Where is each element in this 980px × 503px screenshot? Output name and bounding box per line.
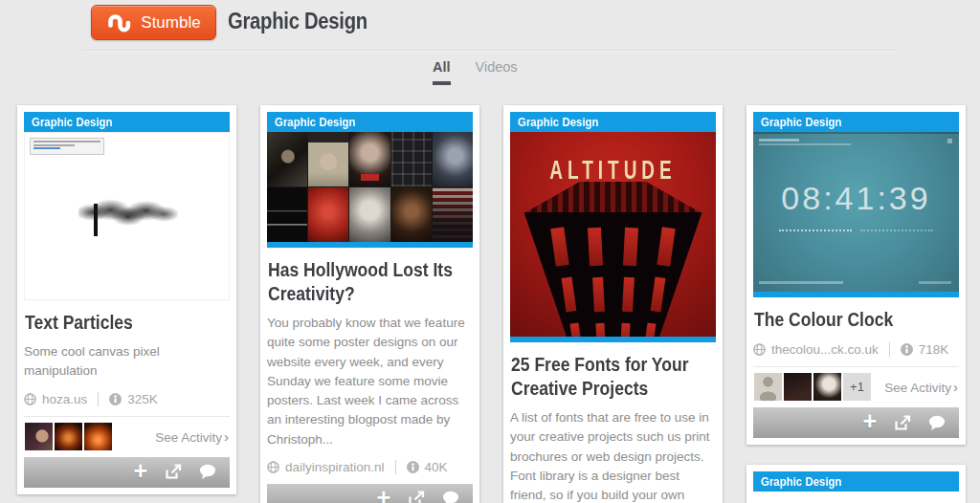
poster-tile [267,132,307,186]
card-action-bar: + [753,407,959,438]
poster-tile [308,132,348,186]
card-partial-next: Graphic Design [746,465,966,503]
card-view-count: 40K [425,460,448,474]
globe-icon [753,343,766,356]
grid-column-4: Graphic Design 08:41:39 The Colour Clock… [746,105,966,503]
card-description: A list of fonts that are free to use in … [510,408,716,503]
building-window-row [571,323,656,342]
poster-tile [349,187,390,242]
card-thumbnail-colour-clock[interactable]: 08:41:39 [753,132,959,297]
card-category-header[interactable]: Graphic Design [510,112,716,132]
decorative-text-line [33,144,75,146]
card-view-count: 718K [919,342,949,357]
particle-cursor-bar [94,204,98,236]
movie-poster-collage [267,132,473,242]
globe-icon [24,393,36,405]
share-icon[interactable] [894,415,911,431]
poster-tile [433,187,473,242]
card-action-bar: + [24,457,230,488]
decorative-dot [947,139,952,143]
card-category-header[interactable]: Graphic Design [24,112,230,132]
card-view-count: 325K [127,392,158,406]
card-meta-row: thecolou...ck.co.uk 718K [753,342,959,357]
meta-separator [98,392,99,406]
altitude-building-roof [526,182,701,212]
card-category-header[interactable]: Graphic Design [753,112,959,132]
clock-underlines [753,230,959,231]
page-title: Graphic Design [228,9,387,34]
add-to-list-button[interactable]: + [133,459,147,483]
decorative-text-line [759,281,843,284]
tab-videos[interactable]: Videos [476,59,518,85]
card-free-fonts: Graphic Design ALTITUDE 25 Free Fonts fo… [503,105,723,503]
card-activity-row: +1 See Activity› [753,366,959,407]
add-to-list-button[interactable]: + [376,486,390,503]
avatar[interactable] [84,423,112,450]
decorative-text-line [759,139,799,142]
add-to-list-button[interactable]: + [862,409,877,433]
grid-column-1: Graphic Design Text Particles Some cool … [17,105,236,494]
decorative-link-line [33,147,60,149]
building-window-row [564,277,663,312]
clock-browser-strip [753,132,959,134]
see-activity-link[interactable]: See Activity› [884,379,958,395]
stumble-button[interactable]: Stumble [91,5,216,40]
card-title[interactable]: Text Particles [25,311,231,335]
card-colour-clock: Graphic Design 08:41:39 The Colour Clock… [746,105,966,445]
card-thumbnail-movie-posters[interactable] [267,132,473,248]
poster-tile [349,132,390,186]
card-thumbnail-altitude-poster[interactable]: ALTITUDE [510,132,716,342]
card-meta-row: dailyinspiration.nl 40K [267,460,473,474]
avatar[interactable] [813,373,841,401]
comment-icon[interactable] [199,464,216,480]
altitude-building-body [524,212,702,342]
tab-all[interactable]: All [433,59,451,85]
chevron-right-icon: › [224,428,229,445]
card-category-header[interactable]: Graphic Design [753,471,959,492]
thumbnail-tooltip-box [30,138,104,155]
card-source[interactable]: thecolou...ck.co.uk [771,342,879,357]
card-thumbnail-text-particles[interactable] [24,132,230,300]
info-icon [901,343,913,356]
filter-tabs: All Videos [433,59,518,85]
card-meta-row: hoza.us 325K [24,392,230,406]
meta-separator [889,342,890,357]
stumbleupon-logo-icon [106,12,132,33]
decorative-text-line [919,281,951,284]
comment-icon[interactable] [928,415,946,431]
card-title[interactable]: Has Hollywood Lost Its Creativity? [268,258,474,306]
poster-tile [267,187,307,242]
card-hollywood: Graphic Design Has Hollywood Lost Its Cr… [260,105,479,503]
info-icon [407,461,419,473]
poster-tile [391,187,432,242]
card-source[interactable]: hoza.us [42,392,87,406]
card-activity-row: See Activity› [24,416,230,457]
avatar[interactable] [25,423,53,450]
decorative-text-line [759,143,851,145]
altitude-poster-title: ALTITUDE [510,155,716,186]
poster-tile [391,132,432,186]
card-category-header[interactable]: Graphic Design [267,112,473,132]
see-activity-link[interactable]: See Activity› [155,428,229,445]
header-divider [83,50,897,51]
chevron-right-icon: › [953,379,958,395]
clock-time-display: 08:41:39 [753,180,959,217]
meta-separator [395,460,396,474]
card-text-particles: Graphic Design Text Particles Some cool … [17,105,236,494]
avatar[interactable] [55,423,82,450]
card-title[interactable]: The Colour Clock [754,308,960,332]
decorative-text-line [33,141,100,142]
card-title[interactable]: 25 Free Fonts for Your Creative Projects [511,353,717,401]
comment-icon[interactable] [442,491,459,503]
card-source[interactable]: dailyinspiration.nl [285,460,385,474]
building-window-row [553,228,674,266]
grid-column-2: Graphic Design Has Hollywood Lost Its Cr… [260,105,479,503]
share-icon[interactable] [408,491,425,503]
globe-icon [267,461,279,473]
share-icon[interactable] [165,464,182,480]
grid-column-3: Graphic Design ALTITUDE 25 Free Fonts fo… [503,105,723,503]
more-avatars-badge[interactable]: +1 [843,373,871,401]
card-grid: Graphic Design Text Particles Some cool … [17,105,966,503]
avatar[interactable] [784,373,812,401]
avatar-placeholder[interactable] [754,373,782,401]
